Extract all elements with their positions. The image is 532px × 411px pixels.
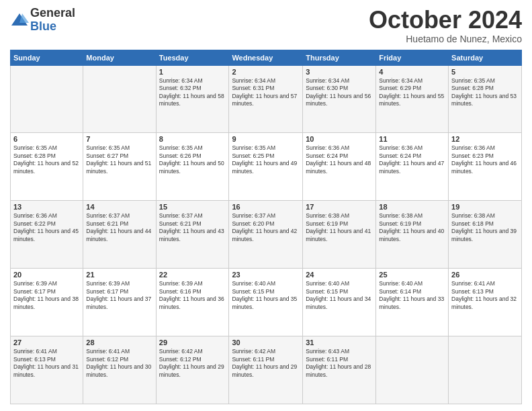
day-header-sunday: Sunday	[11, 50, 83, 65]
calendar-cell: 25Sunrise: 6:40 AM Sunset: 6:14 PM Dayli…	[376, 269, 449, 336]
svg-marker-1	[19, 13, 29, 23]
calendar-cell: 13Sunrise: 6:36 AM Sunset: 6:22 PM Dayli…	[11, 201, 83, 269]
day-info: Sunrise: 6:40 AM Sunset: 6:15 PM Dayligh…	[232, 280, 300, 311]
day-info: Sunrise: 6:34 AM Sunset: 6:32 PM Dayligh…	[159, 77, 226, 108]
calendar-cell: 31Sunrise: 6:43 AM Sunset: 6:11 PM Dayli…	[303, 336, 376, 404]
calendar-cell	[376, 336, 449, 404]
day-header-wednesday: Wednesday	[229, 50, 303, 65]
day-info: Sunrise: 6:36 AM Sunset: 6:23 PM Dayligh…	[451, 144, 519, 175]
day-info: Sunrise: 6:39 AM Sunset: 6:17 PM Dayligh…	[86, 280, 152, 311]
day-number: 21	[86, 271, 152, 279]
day-info: Sunrise: 6:35 AM Sunset: 6:27 PM Dayligh…	[86, 144, 152, 175]
day-info: Sunrise: 6:40 AM Sunset: 6:14 PM Dayligh…	[379, 280, 445, 311]
calendar-cell	[449, 336, 522, 404]
calendar-cell: 16Sunrise: 6:37 AM Sunset: 6:20 PM Dayli…	[229, 201, 303, 269]
day-number: 28	[86, 338, 152, 347]
day-info: Sunrise: 6:41 AM Sunset: 6:13 PM Dayligh…	[13, 348, 80, 379]
calendar-cell: 26Sunrise: 6:41 AM Sunset: 6:13 PM Dayli…	[449, 269, 522, 336]
day-info: Sunrise: 6:38 AM Sunset: 6:18 PM Dayligh…	[451, 212, 519, 243]
day-number: 31	[306, 338, 373, 347]
logo-blue-text: Blue	[30, 20, 75, 34]
calendar-cell: 17Sunrise: 6:38 AM Sunset: 6:19 PM Dayli…	[303, 201, 376, 269]
day-info: Sunrise: 6:34 AM Sunset: 6:31 PM Dayligh…	[232, 77, 300, 108]
day-number: 10	[306, 135, 373, 143]
calendar-cell: 9Sunrise: 6:35 AM Sunset: 6:25 PM Daylig…	[229, 133, 303, 201]
day-number: 14	[86, 203, 152, 211]
day-header-monday: Monday	[83, 50, 156, 65]
month-title: October 2024	[369, 7, 522, 34]
day-info: Sunrise: 6:39 AM Sunset: 6:17 PM Dayligh…	[13, 280, 80, 311]
logo-text: General Blue	[30, 7, 75, 34]
day-info: Sunrise: 6:37 AM Sunset: 6:21 PM Dayligh…	[86, 212, 152, 243]
week-row-1: 6Sunrise: 6:35 AM Sunset: 6:28 PM Daylig…	[11, 133, 522, 201]
calendar-table: SundayMondayTuesdayWednesdayThursdayFrid…	[10, 50, 522, 404]
calendar-cell: 10Sunrise: 6:36 AM Sunset: 6:24 PM Dayli…	[303, 133, 376, 201]
week-row-2: 13Sunrise: 6:36 AM Sunset: 6:22 PM Dayli…	[11, 201, 522, 269]
day-info: Sunrise: 6:42 AM Sunset: 6:11 PM Dayligh…	[232, 348, 300, 379]
day-number: 9	[232, 135, 300, 143]
week-row-0: 1Sunrise: 6:34 AM Sunset: 6:32 PM Daylig…	[11, 65, 522, 133]
calendar-cell: 4Sunrise: 6:34 AM Sunset: 6:29 PM Daylig…	[376, 65, 449, 133]
calendar-cell: 23Sunrise: 6:40 AM Sunset: 6:15 PM Dayli…	[229, 269, 303, 336]
logo-general-text: General	[30, 7, 75, 20]
day-info: Sunrise: 6:39 AM Sunset: 6:16 PM Dayligh…	[159, 280, 226, 311]
calendar-cell: 5Sunrise: 6:35 AM Sunset: 6:28 PM Daylig…	[449, 65, 522, 133]
week-row-4: 27Sunrise: 6:41 AM Sunset: 6:13 PM Dayli…	[11, 336, 522, 404]
calendar-cell: 28Sunrise: 6:41 AM Sunset: 6:12 PM Dayli…	[83, 336, 156, 404]
day-info: Sunrise: 6:35 AM Sunset: 6:25 PM Dayligh…	[232, 144, 300, 175]
day-info: Sunrise: 6:36 AM Sunset: 6:22 PM Dayligh…	[13, 212, 80, 243]
week-row-3: 20Sunrise: 6:39 AM Sunset: 6:17 PM Dayli…	[11, 269, 522, 336]
day-number: 17	[306, 203, 373, 211]
calendar-cell: 6Sunrise: 6:35 AM Sunset: 6:28 PM Daylig…	[11, 133, 83, 201]
day-header-thursday: Thursday	[303, 50, 376, 65]
calendar-cell: 1Sunrise: 6:34 AM Sunset: 6:32 PM Daylig…	[156, 65, 229, 133]
calendar-cell: 30Sunrise: 6:42 AM Sunset: 6:11 PM Dayli…	[229, 336, 303, 404]
day-number: 29	[159, 338, 226, 347]
day-number: 6	[13, 135, 80, 143]
day-info: Sunrise: 6:36 AM Sunset: 6:24 PM Dayligh…	[379, 144, 445, 175]
logo: General Blue	[10, 7, 75, 34]
day-info: Sunrise: 6:38 AM Sunset: 6:19 PM Dayligh…	[379, 212, 445, 243]
day-number: 5	[451, 68, 519, 76]
calendar-cell	[11, 65, 83, 133]
day-number: 24	[306, 271, 373, 279]
calendar-cell: 7Sunrise: 6:35 AM Sunset: 6:27 PM Daylig…	[83, 133, 156, 201]
calendar-cell: 19Sunrise: 6:38 AM Sunset: 6:18 PM Dayli…	[449, 201, 522, 269]
day-info: Sunrise: 6:41 AM Sunset: 6:12 PM Dayligh…	[86, 348, 152, 379]
day-info: Sunrise: 6:40 AM Sunset: 6:15 PM Dayligh…	[306, 280, 373, 311]
day-number: 25	[379, 271, 445, 279]
day-header-friday: Friday	[376, 50, 449, 65]
day-info: Sunrise: 6:38 AM Sunset: 6:19 PM Dayligh…	[306, 212, 373, 243]
day-info: Sunrise: 6:35 AM Sunset: 6:26 PM Dayligh…	[159, 144, 226, 175]
day-header-tuesday: Tuesday	[156, 50, 229, 65]
day-number: 15	[159, 203, 226, 211]
calendar-cell: 11Sunrise: 6:36 AM Sunset: 6:24 PM Dayli…	[376, 133, 449, 201]
day-info: Sunrise: 6:37 AM Sunset: 6:21 PM Dayligh…	[159, 212, 226, 243]
day-number: 11	[379, 135, 445, 143]
day-number: 27	[13, 338, 80, 347]
title-block: October 2024 Huetamo de Nunez, Mexico	[369, 7, 522, 44]
location: Huetamo de Nunez, Mexico	[369, 34, 522, 44]
calendar-cell: 3Sunrise: 6:34 AM Sunset: 6:30 PM Daylig…	[303, 65, 376, 133]
calendar-cell: 21Sunrise: 6:39 AM Sunset: 6:17 PM Dayli…	[83, 269, 156, 336]
calendar-cell: 18Sunrise: 6:38 AM Sunset: 6:19 PM Dayli…	[376, 201, 449, 269]
calendar-cell: 24Sunrise: 6:40 AM Sunset: 6:15 PM Dayli…	[303, 269, 376, 336]
day-info: Sunrise: 6:34 AM Sunset: 6:29 PM Dayligh…	[379, 77, 445, 108]
calendar-cell: 15Sunrise: 6:37 AM Sunset: 6:21 PM Dayli…	[156, 201, 229, 269]
day-info: Sunrise: 6:37 AM Sunset: 6:20 PM Dayligh…	[232, 212, 300, 243]
day-info: Sunrise: 6:41 AM Sunset: 6:13 PM Dayligh…	[451, 280, 519, 311]
day-info: Sunrise: 6:43 AM Sunset: 6:11 PM Dayligh…	[306, 348, 373, 379]
header: General Blue October 2024 Huetamo de Nun…	[10, 7, 522, 44]
day-number: 22	[159, 271, 226, 279]
day-number: 30	[232, 338, 300, 347]
day-number: 12	[451, 135, 519, 143]
calendar-cell: 27Sunrise: 6:41 AM Sunset: 6:13 PM Dayli…	[11, 336, 83, 404]
day-number: 18	[379, 203, 445, 211]
day-number: 7	[86, 135, 152, 143]
calendar-cell: 2Sunrise: 6:34 AM Sunset: 6:31 PM Daylig…	[229, 65, 303, 133]
day-info: Sunrise: 6:35 AM Sunset: 6:28 PM Dayligh…	[451, 77, 519, 108]
day-number: 2	[232, 68, 300, 76]
day-number: 20	[13, 271, 80, 279]
day-number: 19	[451, 203, 519, 211]
page: General Blue October 2024 Huetamo de Nun…	[0, 0, 532, 411]
